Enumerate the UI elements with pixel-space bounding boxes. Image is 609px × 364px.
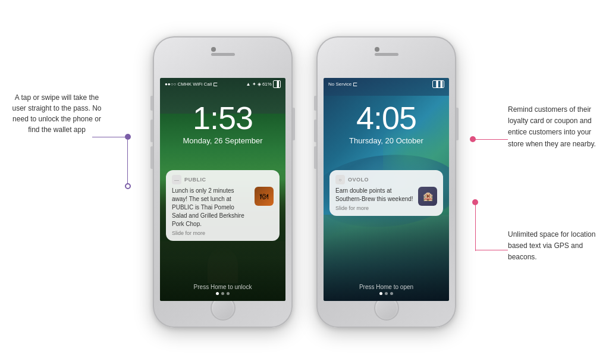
main-scene: ●●○○ CMHK WiFi Call ⊏ ▲ ✦ ◈ 61% ▐ 1:53 M… (0, 0, 609, 364)
phone-1-btn-left3 (150, 146, 153, 169)
phone-1: ●●○○ CMHK WiFi Call ⊏ ▲ ✦ ◈ 61% ▐ 1:53 M… (153, 36, 293, 328)
phone-2-notif-header: ○ OVOLO (335, 175, 437, 184)
phone-1-lock-time: 1:53 Monday, 26 September (160, 102, 285, 145)
phone-2-carrier: No Service ⊏ (328, 81, 357, 87)
phone-2-lock-time: 4:05 Thursday, 20 October (324, 102, 449, 145)
phone-1-notif-header: — PUBLIC (172, 175, 274, 184)
phone-1-camera (211, 47, 216, 52)
phone-1-carrier: ●●○○ CMHK WiFi Call ⊏ (165, 81, 218, 87)
phone-2-dots (324, 292, 449, 295)
phone-1-dots (160, 292, 285, 295)
phone-2-speaker (375, 53, 398, 56)
dot-p2-2 (385, 292, 388, 295)
phone-1-notif-text: Lunch is only 2 minutes away! The set lu… (172, 187, 251, 236)
phone-1-status-bar: ●●○○ CMHK WiFi Call ⊏ ▲ ✦ ◈ 61% ▐ (160, 78, 285, 90)
dot-3 (227, 292, 230, 295)
phone-2-btn-left3 (314, 146, 316, 169)
phone-1-notif-body: Lunch is only 2 minutes away! The set lu… (172, 187, 274, 236)
phone-2: No Service ⊏ ▐▐ 4:05 Thursday, 20 Octobe… (316, 36, 456, 328)
phone-1-press-home: Press Home to unlock (160, 284, 285, 290)
phones-container: ●●○○ CMHK WiFi Call ⊏ ▲ ✦ ◈ 61% ▐ 1:53 M… (153, 36, 456, 328)
phone-2-notif-text: Earn double points at Southern-Brew this… (335, 187, 415, 211)
phone-2-notification[interactable]: ○ OVOLO Earn double points at Southern-B… (329, 170, 443, 216)
phone-1-screen: ●●○○ CMHK WiFi Call ⊏ ▲ ✦ ◈ 61% ▐ 1:53 M… (160, 78, 285, 301)
phone-2-btn-left2 (314, 120, 316, 142)
phone-2-notif-thumb: 🏨 (418, 187, 437, 206)
phone-1-btn-right (293, 108, 295, 140)
dot-2 (221, 292, 224, 295)
dot-1 (216, 292, 219, 295)
dot-p2-3 (390, 292, 393, 295)
phone-2-press-home: Press Home to open (324, 284, 449, 290)
phone-1-battery: ▲ ✦ ◈ 61% ▐ (246, 80, 281, 88)
phone-2-notif-icon: ○ (335, 175, 345, 184)
phone-1-notif-thumb: 🍽 (255, 187, 274, 206)
dot-p2-1 (379, 292, 382, 295)
phone-2-battery: ▐▐ (432, 80, 444, 88)
phone-2-notif-body: Earn double points at Southern-Brew this… (335, 187, 437, 211)
phone-2-screen: No Service ⊏ ▐▐ 4:05 Thursday, 20 Octobe… (324, 78, 449, 301)
phone-1-btn-left1 (150, 96, 153, 111)
phone-1-btn-left2 (150, 120, 153, 142)
phone-2-btn-right (456, 108, 459, 140)
phone-2-status-bar: No Service ⊏ ▐▐ (324, 78, 449, 90)
phone-2-btn-left1 (314, 96, 316, 111)
phone-1-speaker (211, 53, 235, 56)
phone-1-notif-icon: — (172, 175, 181, 184)
phone-2-camera (375, 47, 379, 52)
phone-1-notification[interactable]: — PUBLIC Lunch is only 2 minutes away! T… (166, 170, 280, 241)
